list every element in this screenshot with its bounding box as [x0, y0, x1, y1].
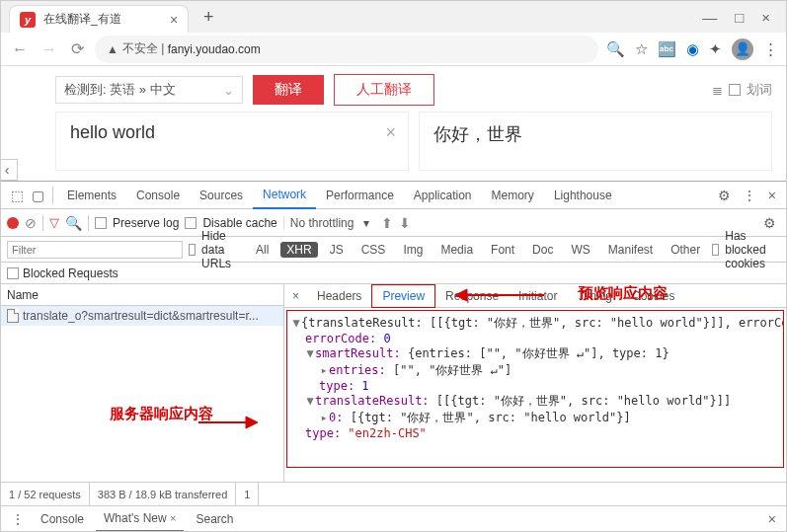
close-drawer-icon[interactable]: × [768, 511, 776, 527]
favicon: y [20, 12, 36, 28]
transfer-status: 383 B / 18.9 kB transferred [90, 483, 236, 505]
response-pane: 预览响应内容 × Headers Preview Response Initia… [284, 284, 786, 482]
type-font[interactable]: Font [485, 242, 520, 258]
preserve-log-label: Preserve log [113, 216, 179, 230]
arrow-icon [455, 287, 544, 303]
url-text: fanyi.youdao.com [168, 42, 261, 56]
inspect-icon[interactable]: ⬚ [11, 188, 24, 203]
search-network-icon[interactable]: 🔍 [65, 215, 82, 231]
language-detect-label: 检测到: 英语 » 中文 [64, 81, 176, 99]
close-whatsnew-icon[interactable]: × [170, 512, 176, 524]
resp-tab-headers[interactable]: Headers [307, 284, 371, 308]
page-content: 检测到: 英语 » 中文 ⌄ 翻译 人工翻译 ≣ 划词 hello world … [1, 66, 786, 181]
type-js[interactable]: JS [324, 242, 350, 258]
more-icon[interactable]: ⋮ [743, 188, 756, 203]
hide-urls-checkbox[interactable] [189, 244, 196, 256]
blocked-cookies-checkbox[interactable] [712, 244, 719, 256]
tab-sources[interactable]: Sources [190, 182, 253, 209]
chevron-down-icon: ⌄ [223, 83, 234, 98]
resources-status: 1 [236, 483, 259, 505]
reload-button[interactable]: ⟳ [68, 37, 87, 61]
preview-body[interactable]: ▼{translateResult: [[{tgt: "你好，世界", src:… [286, 310, 784, 468]
target-textarea: 你好，世界 [419, 112, 772, 171]
filter-input[interactable] [7, 241, 183, 259]
preserve-log-checkbox[interactable] [95, 217, 107, 229]
globe-ext-icon[interactable]: ◉ [686, 40, 699, 58]
tab-lighthouse[interactable]: Lighthouse [544, 182, 622, 209]
blocked-requests-checkbox[interactable] [7, 267, 19, 279]
clear-source-icon[interactable]: × [385, 122, 396, 143]
huaci-checkbox[interactable] [729, 84, 741, 96]
drawer-tab-search[interactable]: Search [188, 506, 241, 532]
extensions-icon[interactable]: ✦ [709, 40, 722, 58]
window-close-button[interactable]: × [761, 9, 770, 26]
document-icon [7, 309, 19, 323]
search-icon[interactable]: 🔍 [606, 40, 625, 58]
record-button[interactable] [7, 217, 19, 229]
close-tab-icon[interactable]: × [170, 12, 178, 28]
type-img[interactable]: Img [397, 242, 429, 258]
type-xhr[interactable]: XHR [280, 242, 317, 258]
address-field[interactable]: ▲ 不安全 | fanyi.youdao.com [95, 36, 598, 63]
source-textarea[interactable]: hello world × [55, 112, 409, 171]
close-response-icon[interactable]: × [284, 289, 307, 303]
clear-button[interactable]: ⊘ [25, 215, 37, 231]
request-row[interactable]: translate_o?smartresult=dict&smartresult… [1, 306, 283, 326]
maximize-button[interactable]: □ [735, 9, 744, 26]
requests-status: 1 / 52 requests [1, 483, 90, 505]
type-manifest[interactable]: Manifest [602, 242, 659, 258]
tab-application[interactable]: Application [404, 182, 482, 209]
huaci-label: 划词 [747, 81, 772, 99]
drawer-tab-whatsnew[interactable]: What's New × [96, 506, 184, 532]
minimize-button[interactable]: — [702, 9, 717, 26]
tab-title: 在线翻译_有道 [43, 11, 162, 28]
network-toolbar: ⊘ ▽ 🔍 Preserve log Disable cache No thro… [1, 209, 786, 237]
svg-marker-3 [455, 289, 467, 301]
tab-memory[interactable]: Memory [482, 182, 544, 209]
disable-cache-checkbox[interactable] [185, 217, 197, 229]
forward-button[interactable]: → [39, 38, 60, 61]
close-devtools-icon[interactable]: × [768, 188, 776, 203]
new-tab-button[interactable]: + [197, 5, 220, 29]
tab-console[interactable]: Console [126, 182, 190, 209]
human-translate-button[interactable]: 人工翻译 [334, 74, 434, 106]
language-detect-dropdown[interactable]: 检测到: 英语 » 中文 ⌄ [55, 76, 243, 104]
scroll-left-button[interactable]: ‹ [0, 159, 18, 181]
tab-elements[interactable]: Elements [57, 182, 126, 209]
request-list-pane: Name translate_o?smartresult=dict&smartr… [1, 284, 284, 482]
star-icon[interactable]: ☆ [635, 40, 648, 58]
type-media[interactable]: Media [434, 242, 479, 258]
download-icon[interactable]: ⬇ [399, 215, 411, 231]
drawer-tab-console[interactable]: Console [33, 506, 92, 532]
profile-avatar[interactable]: 👤 [732, 38, 753, 60]
source-text: hello world [70, 122, 155, 142]
filter-icon[interactable]: ▽ [49, 215, 59, 230]
device-toolbar-icon[interactable]: ▢ [32, 188, 44, 203]
type-other[interactable]: Other [665, 242, 706, 258]
type-css[interactable]: CSS [355, 242, 392, 258]
target-text: 你好，世界 [433, 124, 522, 144]
menu-icon[interactable]: ⋮ [763, 40, 778, 58]
blocked-requests-label: Blocked Requests [23, 266, 118, 280]
network-status-bar: 1 / 52 requests 383 B / 18.9 kB transfer… [1, 482, 786, 505]
translate-button[interactable]: 翻译 [253, 75, 324, 105]
disable-cache-label: Disable cache [202, 216, 276, 230]
translate-ext-icon[interactable]: 🔤 [658, 40, 676, 58]
back-button[interactable]: ← [9, 38, 31, 61]
browser-tab[interactable]: y 在线翻译_有道 × [9, 5, 189, 33]
type-ws[interactable]: WS [565, 242, 595, 258]
drawer-more-icon[interactable]: ⋮ [11, 511, 25, 527]
upload-icon[interactable]: ⬆ [381, 215, 393, 231]
list-icon[interactable]: ≣ [712, 83, 723, 98]
settings-icon[interactable]: ⚙ [718, 188, 731, 203]
window-titlebar: y 在线翻译_有道 × + — □ × [1, 1, 786, 33]
devtools-panel: ⬚ ▢ Elements Console Sources Network Per… [1, 181, 786, 531]
type-all[interactable]: All [250, 242, 275, 258]
tab-network[interactable]: Network [253, 182, 316, 209]
throttling-select[interactable]: No throttling ▾ [283, 216, 375, 230]
address-bar: ← → ⟳ ▲ 不安全 | fanyi.youdao.com 🔍 ☆ 🔤 ◉ ✦… [1, 33, 786, 66]
type-doc[interactable]: Doc [526, 242, 559, 258]
tab-performance[interactable]: Performance [316, 182, 404, 209]
name-column-header[interactable]: Name [1, 284, 283, 306]
resp-tab-preview[interactable]: Preview [371, 284, 435, 308]
